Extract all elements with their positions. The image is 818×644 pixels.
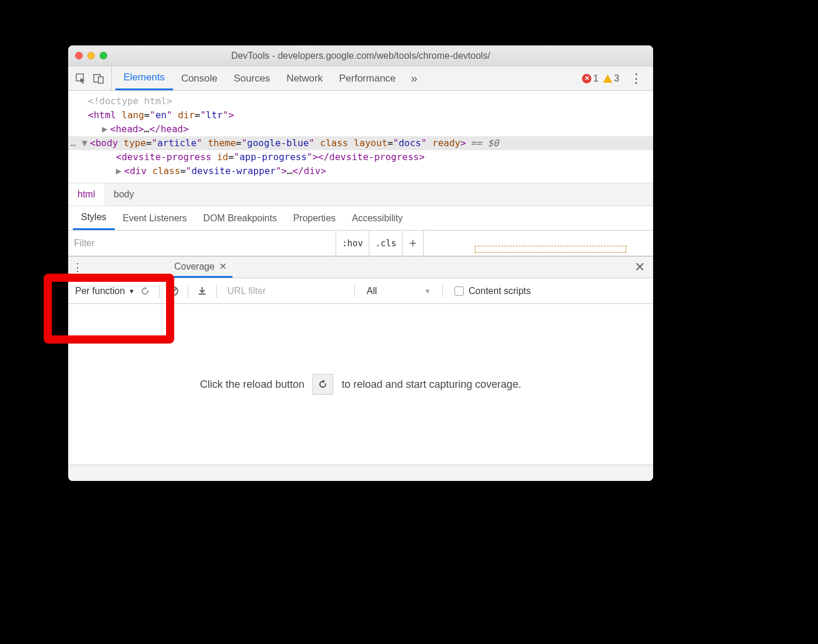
main-tabs: Elements Console Sources Network Perform… [112,66,424,90]
warnings-badge[interactable]: 3 [603,73,619,84]
subtab-dom-breakpoints[interactable]: DOM Breakpoints [195,206,285,230]
coverage-filter-dropdown[interactable]: All ▼ [361,286,436,296]
tab-network[interactable]: Network [278,66,331,90]
traffic-lights [68,52,107,59]
styles-filter-row: :hov .cls + [68,231,653,256]
subtab-accessibility[interactable]: Accessibility [344,206,411,230]
window-title: DevTools - developers.google.com/web/too… [68,51,653,61]
msg-before: Click the reload button [200,378,304,391]
caret-down-icon[interactable]: ▼ [82,136,90,150]
content-scripts-label: Content scripts [468,286,531,296]
crumb-html[interactable]: html [68,183,104,206]
dom-doctype[interactable]: <!doctype html> [68,94,653,108]
dom-breadcrumb: html body [68,183,653,206]
hov-button[interactable]: :hov [336,231,369,256]
close-window-button[interactable] [75,52,83,59]
main-toolbar: Elements Console Sources Network Perform… [68,66,653,91]
reload-coverage-icon[interactable] [137,286,153,296]
device-toggle-icon[interactable] [93,73,104,84]
window-titlebar[interactable]: DevTools - developers.google.com/web/too… [68,45,653,66]
dom-head[interactable]: ▶<head>…</head> [68,122,653,136]
coverage-empty-message: Click the reload button to reload and st… [200,374,521,395]
warnings-count: 3 [614,73,619,84]
dom-tree-panel: <!doctype html> <html lang="en" dir="ltr… [68,91,653,183]
subtab-styles[interactable]: Styles [73,206,115,230]
chevron-down-icon: ▼ [128,288,135,295]
inspect-element-icon[interactable] [75,73,87,84]
subtab-event-listeners[interactable]: Event Listeners [115,206,195,230]
caret-right-icon[interactable]: ▶ [102,122,110,136]
tab-console[interactable]: Console [173,66,225,90]
export-coverage-icon[interactable] [194,286,210,296]
content-scripts-checkbox[interactable] [454,286,464,296]
coverage-type-dropdown[interactable]: Per function ▼ [68,286,137,296]
content-scripts-checkbox-wrap[interactable]: Content scripts [449,286,537,296]
devtools-window: DevTools - developers.google.com/web/too… [68,45,653,481]
clear-coverage-icon[interactable] [165,286,182,296]
chevron-down-icon: ▼ [424,288,431,295]
maximize-window-button[interactable] [100,52,107,59]
dom-devsite-progress[interactable]: <devsite-progress id="app-progress"></de… [68,150,653,164]
minimize-window-button[interactable] [87,52,95,59]
settings-menu-button[interactable]: ⋮ [624,71,648,86]
toolbar-right-group: ✕ 1 3 ⋮ [577,66,653,90]
tab-performance[interactable]: Performance [331,66,404,90]
tab-sources[interactable]: Sources [225,66,278,90]
errors-count: 1 [593,73,598,84]
crumb-body[interactable]: body [104,183,143,206]
drawer-tab-coverage[interactable]: Coverage ✕ [168,257,232,278]
reload-button[interactable] [312,374,333,395]
add-rule-button[interactable]: + [403,231,424,256]
cls-button[interactable]: .cls [369,231,403,256]
dom-div-wrapper[interactable]: ▶<div class="devsite-wrapper">…</div> [68,164,653,178]
svg-line-4 [171,288,177,294]
toolbar-left-group [68,66,112,90]
error-icon: ✕ [582,74,591,83]
warning-icon [603,75,612,83]
close-tab-icon[interactable]: ✕ [219,261,227,272]
element-style-placeholder [475,246,626,253]
errors-badge[interactable]: ✕ 1 [582,73,598,84]
more-tabs-button[interactable]: » [404,66,424,90]
coverage-body: Click the reload button to reload and st… [68,304,653,465]
caret-right-icon[interactable]: ▶ [116,164,124,178]
drawer-menu-icon[interactable]: ⋮ [68,257,87,278]
dom-html-open[interactable]: <html lang="en" dir="ltr"> [68,108,653,122]
tab-elements[interactable]: Elements [115,66,173,90]
msg-after: to reload and start capturing coverage. [341,378,521,391]
svg-rect-2 [98,77,103,83]
styles-filter-input[interactable] [68,231,336,256]
status-bar [68,465,653,481]
drawer-header: ⋮ Coverage ✕ ✕ [68,256,653,278]
coverage-toolbar: Per function ▼ All ▼ Content scripts [68,278,653,304]
drawer-tab-label: Coverage [174,261,214,272]
elements-subtabs: Styles Event Listeners DOM Breakpoints P… [68,206,653,231]
dom-body-selected[interactable]: … ▼<body type="article" theme="google-bl… [68,136,653,150]
url-filter-input[interactable] [223,286,348,296]
subtab-properties[interactable]: Properties [285,206,344,230]
drawer-close-button[interactable]: ✕ [626,257,653,278]
